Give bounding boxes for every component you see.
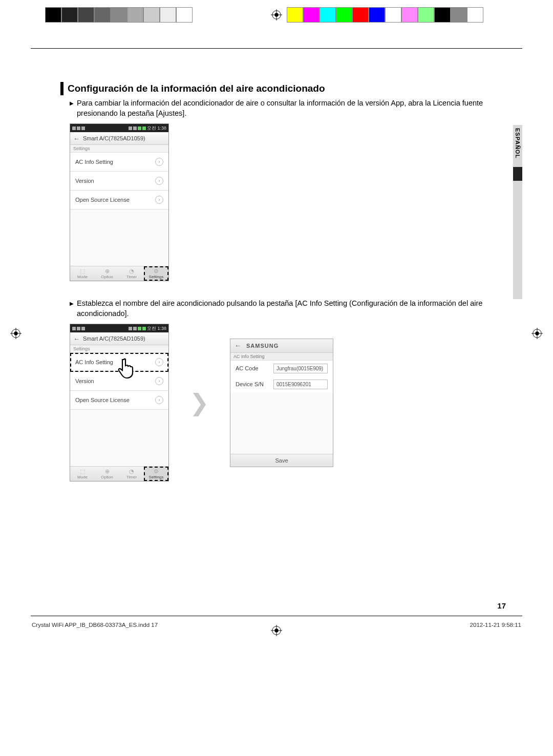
print-colorbar-grayscale	[45, 7, 193, 22]
settings-item[interactable]: Open Source License›	[70, 191, 168, 209]
detail-row: Device S/N0015E9096201	[230, 376, 333, 392]
settings-item-label: AC Info Setting	[75, 359, 113, 365]
phone-subtitle: Settings	[70, 145, 168, 153]
chevron-right-icon: ›	[155, 377, 163, 385]
settings-item-label: AC Info Setting	[75, 159, 113, 165]
print-colorbar-color	[287, 7, 483, 22]
phone-tab-mode[interactable]: ⬚Mode	[70, 467, 95, 481]
chevron-right-icon: ❯	[189, 389, 209, 416]
field-label: AC Code	[236, 365, 269, 371]
phone-subtitle: Settings	[70, 345, 168, 353]
back-arrow-icon[interactable]: ←	[73, 335, 80, 343]
phone-tab-mode[interactable]: ⬚Mode	[70, 266, 95, 281]
settings-item-label: Version	[75, 178, 94, 184]
clock: 오전 1:38	[147, 125, 166, 132]
footer-timestamp: 2012-11-21 9:58:11	[470, 622, 521, 628]
tab-icon: ◔	[119, 268, 144, 275]
phone-tab-settings[interactable]: ⚙Settings	[144, 266, 168, 281]
phone-title: Smart A/C(7825AD1059)	[83, 135, 145, 141]
registration-mark-icon	[271, 9, 282, 20]
tap-hand-icon	[117, 358, 137, 380]
tab-icon: ⬚	[70, 468, 95, 475]
tab-icon: ⚙	[144, 468, 168, 475]
phone-tab-settings[interactable]: ⚙Settings	[144, 467, 168, 481]
tab-icon: ⬚	[70, 268, 95, 275]
phone-screenshot-detail: ← SAMSUNG AC Info Setting AC CodeJungfra…	[230, 339, 333, 467]
registration-mark-icon	[271, 625, 282, 636]
phone-tab-option[interactable]: ⊕Option	[95, 266, 119, 281]
settings-item[interactable]: Open Source License›	[70, 391, 168, 410]
field-value[interactable]: Jungfrau(0015E909)	[273, 364, 328, 373]
paragraph: Para cambiar la información del acondici…	[70, 98, 508, 118]
phone-tab-option[interactable]: ⊕Option	[95, 467, 119, 481]
back-arrow-icon[interactable]: ←	[235, 342, 241, 349]
registration-mark-icon	[10, 328, 22, 339]
registration-mark-icon	[531, 328, 543, 339]
chevron-right-icon: ›	[155, 396, 163, 404]
back-arrow-icon[interactable]: ←	[73, 135, 80, 142]
phone-screenshot: 오전 1:38←Smart A/C(7825AD1059)SettingsAC …	[70, 123, 169, 281]
language-tab-label: ESPAÑOL	[515, 128, 521, 158]
detail-row: AC CodeJungfrau(0015E909)	[230, 361, 333, 376]
chevron-right-icon: ›	[155, 358, 163, 366]
phone-tab-timer[interactable]: ◔Timer	[119, 467, 144, 481]
tab-icon: ◔	[119, 468, 144, 475]
field-value[interactable]: 0015E9096201	[273, 380, 328, 389]
tab-icon: ⊕	[95, 468, 119, 475]
chevron-right-icon: ›	[155, 177, 163, 185]
chevron-right-icon: ›	[155, 158, 163, 166]
clock: 오전 1:38	[147, 325, 166, 332]
settings-item-label: Open Source License	[75, 197, 130, 203]
footer-filename: Crystal WiFi APP_IB_DB68-03373A_ES.indd …	[32, 622, 158, 628]
section-heading: Configuración de la información del aire…	[60, 82, 508, 95]
field-label: Device S/N	[236, 381, 269, 387]
tab-icon: ⚙	[144, 268, 168, 275]
settings-item-label: Open Source License	[75, 397, 130, 403]
brand-label: SAMSUNG	[246, 343, 279, 349]
phone-status-bar: 오전 1:38	[70, 124, 168, 132]
phone-title: Smart A/C(7825AD1059)	[83, 335, 145, 342]
rule	[31, 616, 522, 616]
page-number: 17	[497, 601, 506, 610]
phone-tab-timer[interactable]: ◔Timer	[119, 266, 144, 281]
settings-item[interactable]: Version›	[70, 172, 168, 191]
settings-item-label: Version	[75, 378, 94, 384]
chevron-right-icon: ›	[155, 196, 163, 204]
phone-status-bar: 오전 1:38	[70, 324, 168, 332]
paragraph: Establezca el nombre del aire acondicion…	[70, 299, 508, 319]
save-button[interactable]: Save	[230, 454, 333, 467]
rule	[31, 48, 522, 49]
phone-subtitle: AC Info Setting	[230, 353, 333, 361]
phone-screenshot: 오전 1:38←Smart A/C(7825AD1059)SettingsAC …	[70, 324, 169, 481]
settings-item[interactable]: AC Info Setting›	[70, 153, 168, 172]
tab-icon: ⊕	[95, 268, 119, 275]
